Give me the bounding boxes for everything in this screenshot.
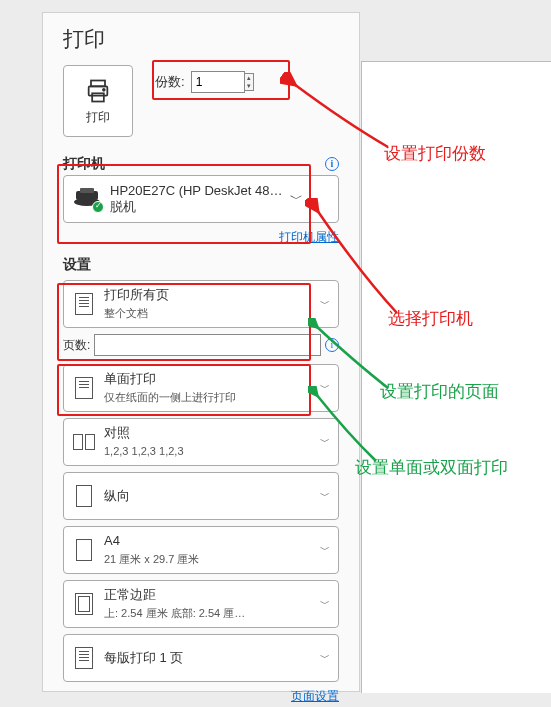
portrait-icon <box>72 482 96 510</box>
chevron-down-icon: ﹀ <box>316 489 330 503</box>
print-button[interactable]: 打印 <box>63 65 133 137</box>
per-sheet-icon <box>72 644 96 672</box>
chevron-down-icon: ﹀ <box>316 543 330 557</box>
settings-section-header: 设置 <box>63 256 339 274</box>
paper-size-select[interactable]: A4 21 厘米 x 29.7 厘米 ﹀ <box>63 526 339 574</box>
printer-properties-link[interactable]: 打印机属性 <box>279 230 339 244</box>
print-scope-select[interactable]: 打印所有页 整个文档 ﹀ <box>63 280 339 328</box>
printer-name: HP20E27C (HP DeskJet 48… <box>110 183 282 198</box>
margins-icon <box>72 590 96 618</box>
printer-section-header: 打印机 i <box>63 155 339 173</box>
sides-select[interactable]: 单面打印 仅在纸面的一侧上进行打印 ﹀ <box>63 364 339 412</box>
anno-printer: 选择打印机 <box>388 307 473 330</box>
orientation-select[interactable]: 纵向 ﹀ <box>63 472 339 520</box>
pages-input[interactable] <box>94 334 321 356</box>
single-side-icon <box>72 374 96 402</box>
printer-device-icon <box>72 187 102 211</box>
anno-copies: 设置打印份数 <box>384 142 486 165</box>
print-button-label: 打印 <box>86 109 110 126</box>
pages-row: 页数: i <box>63 332 339 358</box>
document-icon <box>72 290 96 318</box>
collate-icon <box>72 428 96 456</box>
svg-point-3 <box>103 88 105 90</box>
pages-per-sheet-select[interactable]: 每版打印 1 页 ﹀ <box>63 634 339 682</box>
copies-group: 份数: ▴▾ <box>147 67 260 97</box>
copies-label: 份数: <box>155 73 185 91</box>
pages-label: 页数: <box>63 337 90 354</box>
copies-spinner[interactable]: ▴▾ <box>245 73 254 91</box>
info-icon[interactable]: i <box>325 157 339 171</box>
anno-sides: 设置单面或双面打印 <box>355 456 508 479</box>
print-panel: 打印 打印 份数: ▴▾ 打印机 i <box>42 12 360 692</box>
margins-select[interactable]: 正常边距 上: 2.54 厘米 底部: 2.54 厘… ﹀ <box>63 580 339 628</box>
printer-select[interactable]: HP20E27C (HP DeskJet 48… 脱机 ﹀ <box>63 175 339 223</box>
info-icon[interactable]: i <box>325 338 339 352</box>
status-ok-icon <box>92 201 104 213</box>
page-title: 打印 <box>63 25 339 53</box>
page-setup-link[interactable]: 页面设置 <box>291 689 339 703</box>
svg-rect-6 <box>80 188 94 193</box>
chevron-down-icon: ﹀ <box>316 381 330 395</box>
printer-status: 脱机 <box>110 198 282 216</box>
printer-icon <box>84 77 112 105</box>
collate-select[interactable]: 对照 1,2,3 1,2,3 1,2,3 ﹀ <box>63 418 339 466</box>
page-icon <box>72 536 96 564</box>
chevron-down-icon: ﹀ <box>316 435 330 449</box>
chevron-down-icon: ﹀ <box>290 190 303 208</box>
chevron-down-icon: ﹀ <box>316 597 330 611</box>
anno-pages: 设置打印的页面 <box>380 380 499 403</box>
svg-rect-2 <box>92 93 104 101</box>
copies-input[interactable] <box>191 71 245 93</box>
chevron-down-icon: ﹀ <box>316 297 330 311</box>
chevron-down-icon: ﹀ <box>316 651 330 665</box>
